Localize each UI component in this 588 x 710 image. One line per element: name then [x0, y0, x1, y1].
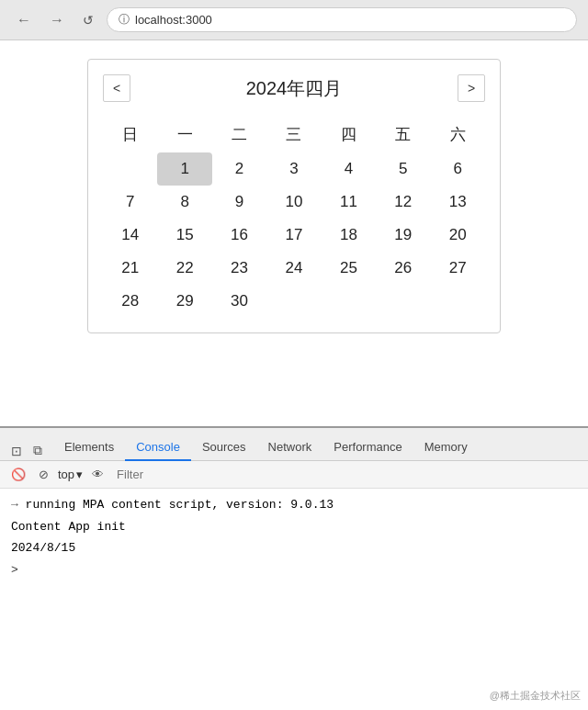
calendar-day[interactable]: 2: [212, 152, 266, 186]
back-button[interactable]: ←: [11, 10, 37, 30]
calendar-day[interactable]: 21: [103, 252, 157, 285]
calendar-week-row: 282930: [103, 285, 485, 318]
console-arrow: →: [11, 498, 26, 512]
calendar-week-row: 123456: [103, 152, 485, 186]
url-text: localhost:3000: [135, 13, 212, 27]
console-output: → running MPA content script, version: 9…: [0, 489, 588, 710]
calendar-day[interactable]: 5: [376, 152, 430, 186]
calendar-day[interactable]: 7: [103, 186, 157, 219]
filter-icon-button[interactable]: ⊘: [35, 466, 52, 483]
devtools-tab-bar: ElementsConsoleSourcesNetworkPerformance…: [53, 434, 479, 460]
calendar-day[interactable]: 22: [157, 252, 211, 285]
calendar-day[interactable]: 27: [431, 252, 485, 285]
weekday-row: 日一二三四五六: [103, 117, 485, 152]
context-selector[interactable]: top ▾: [58, 468, 83, 481]
calendar-day[interactable]: 23: [212, 252, 266, 285]
devtools-toolbar: 🚫 ⊘ top ▾ 👁: [0, 461, 588, 489]
calendar-day[interactable]: 18: [322, 219, 376, 252]
calendar-day[interactable]: 3: [266, 152, 321, 186]
calendar-day[interactable]: 26: [376, 252, 430, 285]
calendar-header: < 2024年四月 >: [103, 74, 485, 102]
weekday-header: 日: [103, 117, 157, 152]
calendar-day[interactable]: 28: [103, 285, 157, 318]
address-bar[interactable]: ⓘ localhost:3000: [107, 7, 577, 32]
devtools-tab-console[interactable]: Console: [125, 434, 191, 461]
eye-icon-button[interactable]: 👁: [88, 466, 107, 483]
calendar-day: [103, 152, 157, 186]
clear-console-button[interactable]: 🚫: [7, 466, 29, 483]
devtools-tab-network[interactable]: Network: [257, 434, 323, 461]
calendar-day[interactable]: 9: [212, 186, 266, 219]
calendar-day[interactable]: 24: [266, 252, 321, 285]
device-toolbar-button[interactable]: ⧉: [29, 441, 46, 460]
weekday-header: 二: [212, 117, 266, 152]
calendar-grid: 日一二三四五六 12345678910111213141516171819202…: [103, 117, 485, 318]
devtools-tab-elements[interactable]: Elements: [53, 434, 125, 461]
forward-button[interactable]: →: [44, 10, 70, 30]
calendar-week-row: 78910111213: [103, 186, 485, 219]
calendar-day[interactable]: 6: [431, 152, 485, 186]
calendar-day[interactable]: 10: [266, 186, 321, 219]
browser-toolbar: ← → ↺ ⓘ localhost:3000: [0, 0, 588, 40]
devtools-tab-sources[interactable]: Sources: [191, 434, 257, 461]
calendar-day: [322, 285, 376, 318]
calendar-day[interactable]: 12: [376, 186, 430, 219]
devtools-panel: ⊡ ⧉ ElementsConsoleSourcesNetworkPerform…: [0, 426, 588, 710]
page-content: < 2024年四月 > 日一二三四五六 12345678910111213141…: [0, 40, 588, 426]
dropdown-arrow: ▾: [76, 468, 83, 481]
console-line: Content App init: [11, 516, 577, 538]
calendar: < 2024年四月 > 日一二三四五六 12345678910111213141…: [87, 59, 501, 333]
watermark: @稀土掘金技术社区: [490, 689, 581, 703]
next-month-button[interactable]: >: [458, 74, 485, 102]
console-line: 2024/8/15: [11, 537, 577, 559]
calendar-week-row: 14151617181920: [103, 219, 485, 252]
console-line: >: [11, 559, 577, 581]
calendar-day[interactable]: 13: [431, 186, 485, 219]
calendar-day: [431, 285, 485, 318]
calendar-day[interactable]: 1: [157, 152, 211, 186]
calendar-day[interactable]: 19: [376, 219, 430, 252]
calendar-day[interactable]: 16: [212, 219, 266, 252]
weekday-header: 五: [376, 117, 430, 152]
inspect-element-button[interactable]: ⊡: [7, 442, 26, 460]
top-label: top: [58, 468, 74, 481]
prev-month-button[interactable]: <: [103, 74, 130, 102]
calendar-week-row: 21222324252627: [103, 252, 485, 285]
weekday-header: 一: [157, 117, 211, 152]
calendar-day: [266, 285, 321, 318]
calendar-day[interactable]: 4: [322, 152, 376, 186]
refresh-button[interactable]: ↺: [77, 11, 99, 29]
weekday-header: 六: [431, 117, 485, 152]
calendar-day[interactable]: 30: [212, 285, 266, 318]
info-icon: ⓘ: [119, 12, 130, 28]
weekday-header: 三: [266, 117, 321, 152]
calendar-day[interactable]: 8: [157, 186, 211, 219]
devtools-tab-performance[interactable]: Performance: [322, 434, 413, 461]
calendar-day[interactable]: 15: [157, 219, 211, 252]
console-line: → running MPA content script, version: 9…: [11, 494, 577, 516]
calendar-day[interactable]: 11: [322, 186, 376, 219]
devtools-tab-memory[interactable]: Memory: [413, 434, 479, 461]
calendar-day[interactable]: 25: [322, 252, 376, 285]
calendar-day[interactable]: 29: [157, 285, 211, 318]
calendar-day[interactable]: 17: [266, 219, 321, 252]
devtools-tabs: ⊡ ⧉ ElementsConsoleSourcesNetworkPerform…: [0, 428, 588, 461]
calendar-day: [376, 285, 430, 318]
console-prompt[interactable]: >: [11, 563, 18, 577]
calendar-day[interactable]: 14: [103, 219, 157, 252]
calendar-body: 1234567891011121314151617181920212223242…: [103, 152, 485, 318]
calendar-day[interactable]: 20: [431, 219, 485, 252]
weekday-header: 四: [322, 117, 376, 152]
devtools-icon-buttons: ⊡ ⧉: [4, 441, 50, 460]
calendar-title: 2024年四月: [246, 76, 343, 101]
filter-input[interactable]: [113, 468, 581, 481]
